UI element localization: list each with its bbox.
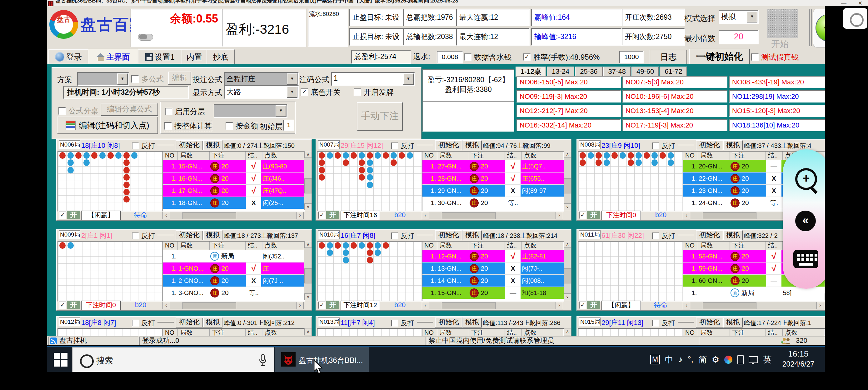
table-row[interactable]: 1.29-GN...庄20X闲(89-97 bbox=[423, 185, 564, 197]
code-formula-select[interactable]: 1▼ bbox=[331, 72, 415, 86]
table-row[interactable]: 1.3-GNO...庄20等.. bbox=[163, 287, 304, 299]
main-tab[interactable]: 主界面 bbox=[88, 49, 138, 65]
display-mode-select[interactable]: 大路▼ bbox=[224, 85, 299, 99]
table-summary-cell[interactable]: NO12:-212[-7] Max:20 bbox=[517, 105, 621, 117]
chevron-down-icon[interactable]: ▼ bbox=[287, 87, 298, 98]
window-titlebar[interactable]: 盘古挂机36台BBIN、33台AG、多个平台自动挂机(本软件用于学习交流,请遵守… bbox=[47, 0, 868, 6]
panel-id-tab[interactable]: N015局 bbox=[579, 318, 600, 326]
panel-id-tab[interactable]: N013局 bbox=[318, 318, 340, 326]
tray-icon[interactable]: ♪ bbox=[678, 355, 683, 364]
tab-1-12桌[interactable]: 1-12桌 bbox=[516, 66, 546, 77]
simulate-button[interactable]: 模拟 bbox=[723, 140, 743, 150]
fast-backward-icon[interactable]: « bbox=[795, 211, 816, 231]
vertical-scrollbar[interactable]: ∧∨ bbox=[564, 151, 570, 210]
simulate-button[interactable]: 模拟 bbox=[723, 230, 743, 240]
table-row[interactable]: 1.30-GN...庄20等.. bbox=[423, 197, 564, 209]
test-fake-money-checkbox[interactable]: 测试假真钱 bbox=[751, 52, 799, 62]
tab-13-24[interactable]: 13-24 bbox=[547, 66, 574, 77]
horizontal-scrollbar[interactable]: ‹› bbox=[162, 212, 304, 219]
panel-id-tab[interactable]: N012局 bbox=[59, 318, 80, 326]
table-summary-cell[interactable]: NO17:-119[-3] Max:20 bbox=[622, 119, 727, 131]
data-with-water-checkbox[interactable]: 数据含水钱 bbox=[464, 52, 512, 62]
init-button[interactable]: 初始化 bbox=[696, 318, 723, 328]
tray-icon[interactable]: 简 bbox=[698, 354, 707, 365]
chevron-down-icon[interactable]: ▼ bbox=[276, 105, 286, 117]
reverse-bet-checkbox[interactable]: 反打 bbox=[132, 141, 155, 151]
edit-button[interactable]: 编辑 bbox=[168, 71, 191, 85]
init-button[interactable]: 初始化 bbox=[435, 318, 462, 328]
tab-25-36[interactable]: 25-36 bbox=[575, 66, 602, 77]
panel-id-tab[interactable]: N006局 bbox=[59, 140, 80, 149]
horizontal-scrollbar[interactable]: ‹› bbox=[162, 302, 304, 309]
init-button[interactable]: 初始化 bbox=[176, 318, 203, 328]
tray-phone-icon[interactable] bbox=[737, 355, 744, 364]
settings-tab[interactable]: 设置1 bbox=[138, 49, 182, 64]
simulate-button[interactable]: 模拟 bbox=[203, 230, 222, 240]
panel-id-tab[interactable]: N008局 bbox=[579, 140, 600, 149]
reverse-bet-checkbox[interactable]: 反打 bbox=[652, 141, 675, 151]
table-row[interactable]: 1.14-GN...庄20X闲(008.. bbox=[423, 275, 564, 287]
panel-open-checkbox[interactable]: ✓ bbox=[318, 302, 326, 309]
reverse-bet-checkbox[interactable]: 反打 bbox=[132, 231, 155, 241]
table-row[interactable]: 1.13-GN...庄20X闲(7J-.. bbox=[423, 263, 564, 275]
horizontal-scrollbar[interactable]: ‹› bbox=[422, 212, 563, 219]
simulate-button[interactable]: 模拟 bbox=[462, 230, 482, 240]
log-button[interactable]: 日志 bbox=[650, 50, 687, 65]
panel-open-checkbox[interactable]: ✓ bbox=[579, 302, 587, 309]
keyboard-icon[interactable] bbox=[793, 250, 818, 268]
init-button[interactable]: 初始化 bbox=[435, 140, 462, 150]
microphone-icon[interactable] bbox=[258, 354, 268, 369]
table-summary-cell[interactable]: NO11:298[19] Max:20 bbox=[729, 90, 825, 102]
panel-id-tab[interactable]: N010局 bbox=[318, 230, 340, 239]
vertical-scrollbar[interactable]: ∧∨ bbox=[304, 241, 311, 300]
reverse-bet-checkbox[interactable]: 反打 bbox=[652, 319, 675, 328]
init-button[interactable]: 初始化 bbox=[176, 140, 203, 150]
init-button[interactable]: 初始化 bbox=[696, 230, 723, 240]
simulate-button[interactable]: 模拟 bbox=[203, 318, 222, 328]
chevron-down-icon[interactable]: ▼ bbox=[117, 73, 128, 85]
tray-monitor-icon[interactable] bbox=[749, 356, 758, 363]
table-row[interactable]: 1.新新局闲(J52.. bbox=[163, 250, 304, 263]
bottom-fish-tab[interactable]: 抄底 bbox=[207, 49, 235, 64]
min-bet-input[interactable]: 20 bbox=[719, 30, 758, 44]
by-amount-checkbox[interactable]: 按金额 bbox=[226, 121, 258, 131]
reverse-bet-checkbox[interactable]: 反打 bbox=[391, 231, 414, 241]
table-summary-cell[interactable]: NO18:136[10] Max:20 bbox=[729, 119, 825, 131]
table-summary-cell[interactable]: NO10:-196[-6] Max:20 bbox=[622, 90, 727, 102]
init-button[interactable]: 初始化 bbox=[435, 230, 462, 240]
taskbar-clock[interactable]: 16:15 2024/6/27 bbox=[778, 349, 818, 368]
panel-id-tab[interactable]: N007局 bbox=[318, 140, 340, 149]
simulate-button[interactable]: 模拟 bbox=[723, 318, 743, 328]
vertical-scrollbar[interactable]: ∧∨ bbox=[564, 241, 570, 300]
tab-37-48[interactable]: 37-48 bbox=[603, 66, 631, 77]
table-summary-cell[interactable]: NO15:-120[-3] Max:20 bbox=[729, 105, 825, 117]
table-row[interactable]: 1.27-GN...庄20√庄(5Q7.. bbox=[423, 160, 564, 173]
reverse-bet-checkbox[interactable]: 反打 bbox=[391, 319, 414, 328]
table-row[interactable]: 1.1-GNO...庄20√庄 bbox=[163, 263, 304, 275]
tray-icon[interactable]: °, bbox=[688, 355, 693, 364]
table-summary-cell[interactable]: NO09:-119[-3] Max:20 bbox=[517, 90, 621, 102]
plan-select[interactable]: ▼ bbox=[77, 72, 129, 86]
reverse-bet-checkbox[interactable]: 反打 bbox=[132, 319, 155, 328]
mode-select[interactable]: 模拟▼ bbox=[719, 10, 758, 24]
tray-icon[interactable]: 中 bbox=[665, 354, 673, 365]
table-summary-cell[interactable]: NO07:-5[3] Max:20 bbox=[622, 76, 727, 88]
enable-layer-checkbox[interactable]: 启用分层 bbox=[165, 107, 205, 117]
close-icon[interactable]: ✕ bbox=[858, 0, 862, 6]
table-row[interactable]: 1.15-GN...庄20√庄(93-80 bbox=[163, 160, 304, 173]
table-row[interactable]: 1.15-GN...庄20—和(81-18 bbox=[423, 287, 564, 299]
whole-calc-checkbox[interactable]: 按整体计算 bbox=[164, 121, 212, 131]
multi-formula-checkbox[interactable]: 多公式 bbox=[131, 74, 164, 84]
panel-open-checkbox[interactable]: ✓ bbox=[59, 212, 66, 219]
init-button[interactable]: 初始化 bbox=[176, 230, 203, 240]
table-row[interactable]: 1.17-GN...庄20√庄(47Q.. bbox=[163, 185, 304, 197]
horizontal-scrollbar[interactable]: ‹› bbox=[683, 302, 824, 309]
tray-icon[interactable]: 英 bbox=[763, 354, 771, 365]
rebate-input[interactable]: 0.008 bbox=[437, 51, 463, 63]
table-row[interactable]: 1.2-GNO...庄20X闲(7J-.. bbox=[163, 275, 304, 287]
one-key-init-button[interactable]: 一键初始化 bbox=[689, 49, 750, 65]
panel-open-checkbox[interactable]: ✓ bbox=[579, 212, 587, 219]
edit-split-button[interactable]: 编辑分桌公式 bbox=[101, 103, 158, 116]
panel-open-checkbox[interactable]: ✓ bbox=[318, 212, 326, 219]
table-row[interactable]: 1.18-GN...庄20X闲(25-.. bbox=[163, 197, 304, 209]
